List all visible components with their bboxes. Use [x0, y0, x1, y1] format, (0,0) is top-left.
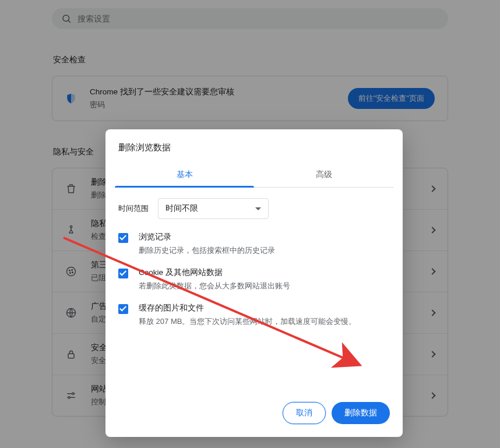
check-title: 浏览记录 — [139, 232, 275, 242]
check-title: 缓存的图片和文件 — [139, 303, 356, 313]
check-sub: 释放 207 MB。当您下次访问某些网站时，加载速度可能会变慢。 — [139, 316, 356, 327]
check-browsing-history: 浏览记录 删除历史记录，包括搜索框中的历史记录 — [118, 232, 390, 256]
time-range-label: 时间范围 — [118, 203, 149, 214]
clear-browsing-data-dialog: 删除浏览数据 基本 高级 时间范围 时间不限 浏览记录 删除历史记录，包括搜索框… — [105, 129, 403, 437]
tab-basic[interactable]: 基本 — [115, 163, 254, 187]
caret-down-icon — [255, 207, 261, 210]
time-range-value: 时间不限 — [166, 203, 198, 214]
check-sub: 若删除此类数据，您会从大多数网站退出账号 — [139, 281, 290, 291]
check-title: Cookie 及其他网站数据 — [139, 267, 290, 278]
check-sub: 删除历史记录，包括搜索框中的历史记录 — [139, 245, 275, 256]
check-cookies: Cookie 及其他网站数据 若删除此类数据，您会从大多数网站退出账号 — [118, 267, 390, 291]
dialog-tabs: 基本 高级 — [115, 163, 393, 188]
tab-advanced[interactable]: 高级 — [254, 163, 393, 187]
checkbox-cookies[interactable] — [118, 269, 128, 278]
cancel-button[interactable]: 取消 — [283, 402, 326, 424]
dialog-title: 删除浏览数据 — [105, 129, 403, 163]
time-range-select[interactable]: 时间不限 — [158, 198, 269, 219]
checkbox-browsing-history[interactable] — [118, 233, 128, 243]
checkbox-cached-files[interactable] — [118, 304, 128, 314]
delete-data-button[interactable]: 删除数据 — [332, 402, 390, 424]
check-cached-files: 缓存的图片和文件 释放 207 MB。当您下次访问某些网站时，加载速度可能会变慢… — [118, 303, 390, 327]
